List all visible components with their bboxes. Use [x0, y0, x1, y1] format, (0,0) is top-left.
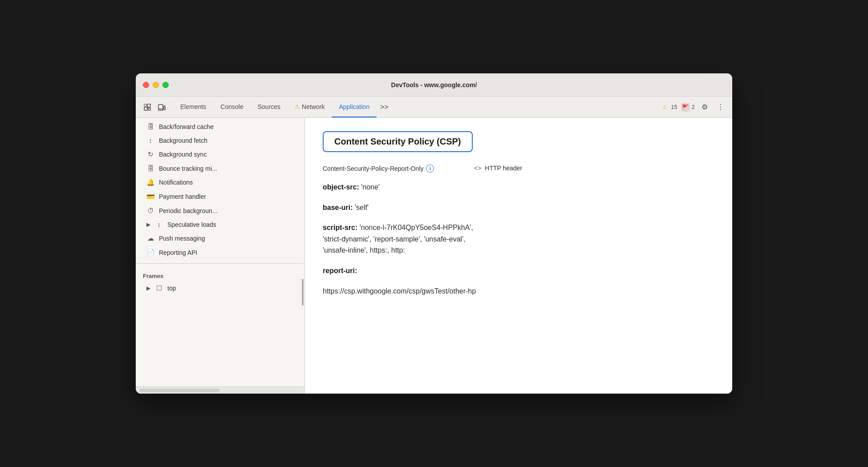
errors-badge[interactable]: 🚩 2 [681, 103, 695, 112]
sidebar-scrollbar-thumb[interactable] [302, 279, 304, 306]
script-src-key: script-src: [323, 224, 357, 231]
back-forward-cache-icon: 🗄 [146, 123, 154, 130]
settings-icon[interactable]: ⚙ [698, 101, 711, 113]
svg-rect-3 [148, 108, 150, 110]
window-title: DevTools - www.google.com/ [391, 81, 477, 89]
periodic-background-icon: ⏱ [146, 207, 154, 214]
sidebar-item-speculative-loads[interactable]: ▶ ↕ Speculative loads [136, 217, 304, 231]
sidebar: 🗄 Back/forward cache ↕ Background fetch … [136, 118, 305, 394]
sidebar-item-periodic-background[interactable]: ⏱ Periodic backgroun... [136, 204, 304, 217]
csp-base-uri: base-uri: 'self' [323, 202, 714, 213]
report-uri-value: https://csp.withgoogle.com/csp/gwsTest/o… [323, 287, 476, 295]
csp-script-src: script-src: 'nonce-l-7rK04QpY5oeS4-HPPkh… [323, 222, 714, 256]
content-panel: Content Security Policy (CSP) Content-Se… [305, 118, 732, 394]
svg-rect-4 [158, 105, 163, 110]
toolbar: Elements Console Sources ⚠ Network Appli… [136, 97, 732, 118]
sidebar-bottom-bar [136, 386, 304, 394]
tab-console[interactable]: Console [213, 97, 250, 117]
divider [136, 263, 304, 264]
csp-object-src: object-src: 'none' [323, 181, 714, 193]
more-tabs-button[interactable]: >> [380, 103, 389, 111]
base-uri-value: 'self' [355, 204, 369, 211]
minimize-button[interactable] [153, 82, 159, 88]
csp-title-box: Content Security Policy (CSP) [323, 131, 473, 152]
inspect-icon[interactable] [141, 101, 154, 113]
csp-report-uri: report-uri: [323, 265, 714, 277]
tab-application[interactable]: Application [332, 97, 377, 117]
tab-network[interactable]: ⚠ Network [288, 97, 332, 117]
tab-sources[interactable]: Sources [251, 97, 288, 117]
close-button[interactable] [143, 82, 149, 88]
warnings-badge[interactable]: ⚠ 15 [660, 103, 677, 112]
expand-arrow-icon: ▶ [146, 221, 150, 228]
info-icon[interactable]: i [426, 165, 434, 173]
svg-rect-1 [147, 104, 150, 107]
bounce-tracking-icon: 🗄 [146, 165, 154, 172]
reporting-api-icon: 📄 [146, 249, 154, 257]
sidebar-scroll-area: 🗄 Back/forward cache ↕ Background fetch … [136, 118, 304, 386]
sidebar-item-background-sync[interactable]: ↻ Background sync [136, 147, 304, 161]
sidebar-item-payment-handler[interactable]: 💳 Payment handler [136, 189, 304, 204]
csp-policy-row: Content-Security-Policy-Report-Only i <>… [323, 165, 714, 173]
device-toggle-icon[interactable] [155, 101, 168, 113]
tab-elements[interactable]: Elements [173, 97, 213, 117]
sidebar-item-bounce-tracking[interactable]: 🗄 Bounce tracking mi... [136, 161, 304, 175]
base-uri-key: base-uri: [323, 204, 353, 211]
csp-policy-label: Content-Security-Policy-Report-Only i [323, 165, 474, 173]
sidebar-item-background-fetch[interactable]: ↕ Background fetch [136, 133, 304, 147]
warning-triangle-icon: ⚠ [660, 103, 669, 112]
csp-source-value: <> HTTP header [474, 165, 522, 172]
sidebar-item-notifications[interactable]: 🔔 Notifications [136, 175, 304, 189]
csp-report-uri-val: https://csp.withgoogle.com/csp/gwsTest/o… [323, 286, 714, 297]
frame-icon: ☐ [155, 284, 163, 292]
svg-rect-5 [164, 106, 165, 110]
background-sync-icon: ↻ [146, 150, 154, 158]
report-uri-key: report-uri: [323, 267, 357, 274]
svg-rect-2 [144, 107, 147, 110]
background-fetch-icon: ↕ [146, 137, 154, 144]
network-warning-icon: ⚠ [295, 103, 300, 110]
main-area: 🗄 Back/forward cache ↕ Background fetch … [136, 118, 732, 394]
sidebar-content: 🗄 Back/forward cache ↕ Background fetch … [136, 118, 304, 297]
speculative-loads-icon: ↕ [155, 221, 163, 228]
push-messaging-icon: ☁ [146, 234, 154, 242]
toolbar-right: ⚠ 15 🚩 2 ⚙ ⋮ [660, 101, 727, 113]
devtools-window: DevTools - www.google.com/ [136, 73, 732, 394]
object-src-value: 'none' [361, 183, 380, 191]
horizontal-scrollbar[interactable] [139, 389, 219, 392]
frames-expand-icon: ▶ [146, 285, 150, 291]
object-src-key: object-src: [323, 183, 359, 191]
errors-count: 2 [692, 104, 695, 110]
warnings-count: 15 [671, 104, 677, 110]
frames-section-label: Frames [136, 267, 304, 281]
csp-properties: object-src: 'none' base-uri: 'self' scri… [323, 181, 714, 297]
sidebar-item-back-forward-cache[interactable]: 🗄 Back/forward cache [136, 120, 304, 133]
traffic-lights [143, 82, 169, 88]
svg-rect-0 [144, 104, 146, 106]
error-square-icon: 🚩 [681, 103, 690, 112]
code-brackets-icon: <> [474, 165, 481, 172]
tab-bar: Elements Console Sources ⚠ Network Appli… [173, 97, 660, 117]
toolbar-icon-group [141, 101, 168, 113]
maximize-button[interactable] [162, 82, 169, 88]
sidebar-item-push-messaging[interactable]: ☁ Push messaging [136, 231, 304, 246]
notifications-icon: 🔔 [146, 178, 154, 186]
titlebar: DevTools - www.google.com/ [136, 73, 732, 97]
sidebar-item-reporting-api[interactable]: 📄 Reporting API [136, 246, 304, 260]
more-options-icon[interactable]: ⋮ [714, 101, 727, 113]
sidebar-item-frames-top[interactable]: ▶ ☐ top [136, 281, 304, 295]
payment-handler-icon: 💳 [146, 193, 154, 201]
